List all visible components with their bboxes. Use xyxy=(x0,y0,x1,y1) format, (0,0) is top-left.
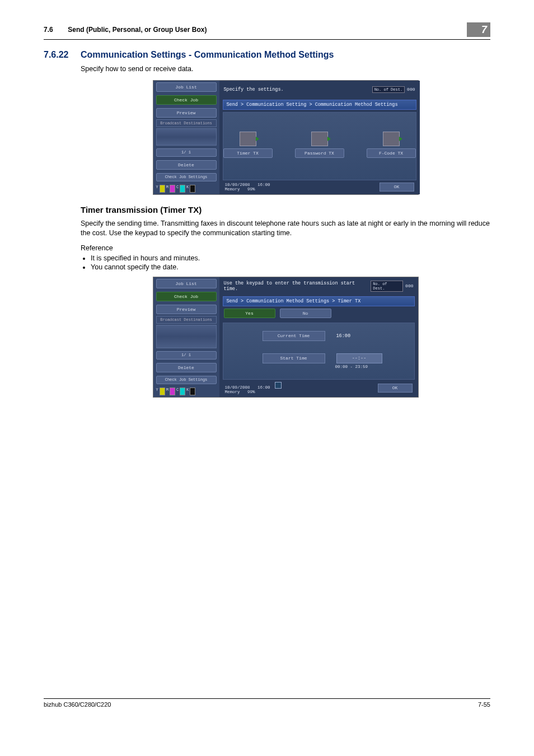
preview-button[interactable]: Preview xyxy=(156,108,217,118)
current-time-label: Current Time xyxy=(263,331,325,341)
toner-magenta-icon xyxy=(170,388,175,395)
counter-value: 000 xyxy=(405,283,413,288)
broadcast-destinations-label: Broadcast Destinations xyxy=(156,119,217,127)
toner-indicators: Y M C K xyxy=(153,386,219,397)
section-title: Communication Settings - Communication M… xyxy=(81,50,334,60)
toner-yellow-icon xyxy=(160,388,165,395)
panel-message: Specify the settings. xyxy=(224,87,284,92)
reference-label: Reference xyxy=(81,244,490,252)
subheading-timer-tx: Timer transmission (Timer TX) xyxy=(81,205,490,214)
chapter-badge: 7 xyxy=(467,22,490,37)
header-section-number: 7.6 xyxy=(44,26,66,34)
time-range: 00:00 - 23:59 xyxy=(335,365,414,369)
toner-cyan-icon xyxy=(180,388,185,395)
status-mem-label: Memory xyxy=(225,187,240,192)
breadcrumb: Send > Communication Method Settings > T… xyxy=(223,296,415,306)
header-section-title: Send (Public, Personal, or Group User Bo… xyxy=(68,26,207,34)
destination-counter: No. of Dest. 000 xyxy=(371,281,413,292)
no-button[interactable]: No xyxy=(280,309,331,318)
password-tx-button[interactable]: Password TX xyxy=(295,148,344,158)
running-header: 7.6 Send (Public, Personal, or Group Use… xyxy=(44,22,490,40)
ok-button[interactable]: OK xyxy=(378,384,413,393)
fcode-tx-icon xyxy=(383,132,400,146)
bullet-1: It is specified in hours and minutes. xyxy=(91,254,490,262)
current-time-value: 16:00 xyxy=(336,333,351,339)
destination-counter: No. of Dest. 000 xyxy=(372,86,415,93)
status-mem-value: 99% xyxy=(247,390,255,394)
pager-indicator: 1/ 1 xyxy=(156,351,217,360)
counter-value: 000 xyxy=(407,87,415,92)
start-time-label: Start Time xyxy=(263,353,325,363)
toner-black-icon xyxy=(190,185,195,193)
check-job-button[interactable]: Check Job xyxy=(156,95,217,105)
status-time: 16:00 xyxy=(257,385,270,390)
clock-icon xyxy=(275,382,282,389)
status-date: 10/09/2008 xyxy=(225,385,250,390)
preview-button[interactable]: Preview xyxy=(156,305,217,314)
screenshot-comm-method-settings: Job List Check Job Preview Broadcast Des… xyxy=(153,80,419,195)
destination-list xyxy=(156,128,217,146)
fcode-tx-button[interactable]: F-Code TX xyxy=(367,148,416,158)
pager-indicator: 1/ 1 xyxy=(156,148,217,157)
section-heading: 7.6.22 Communication Settings - Communic… xyxy=(44,50,490,60)
toner-indicators: Y M C K xyxy=(153,183,219,194)
counter-label: No. of Dest. xyxy=(371,281,403,292)
delete-button[interactable]: Delete xyxy=(156,160,217,170)
check-job-settings-button[interactable]: Check Job Settings xyxy=(156,173,217,181)
timer-tx-paragraph: Specify the sending time. Transmitting f… xyxy=(81,219,490,239)
status-info: 10/09/2008 16:00 Memory 99% xyxy=(225,382,282,394)
toner-magenta-icon xyxy=(170,185,175,193)
delete-button[interactable]: Delete xyxy=(156,363,217,372)
check-job-button[interactable]: Check Job xyxy=(156,292,217,301)
timer-tx-icon xyxy=(240,132,256,146)
section-intro: Specify how to send or receive data. xyxy=(81,64,490,74)
screenshot-timer-tx: Job List Check Job Preview Broadcast Des… xyxy=(153,277,419,398)
yes-button[interactable]: Yes xyxy=(224,309,275,318)
status-info: 10/09/2008 16:00 Memory 99% xyxy=(225,183,270,192)
status-time: 16:00 xyxy=(257,183,270,187)
status-mem-label: Memory xyxy=(225,390,240,394)
job-list-button[interactable]: Job List xyxy=(156,279,217,288)
status-mem-value: 99% xyxy=(247,187,255,192)
toner-black-icon xyxy=(190,388,195,395)
page-footer: bizhub C360/C280/C220 7-55 xyxy=(44,698,490,708)
job-list-button[interactable]: Job List xyxy=(156,82,217,92)
panel-message: Use the keypad to enter the transmission… xyxy=(224,281,371,292)
broadcast-destinations-label: Broadcast Destinations xyxy=(156,316,217,324)
destination-list xyxy=(156,325,217,348)
check-job-settings-button[interactable]: Check Job Settings xyxy=(156,376,217,384)
footer-model: bizhub C360/C280/C220 xyxy=(44,701,111,708)
toner-yellow-icon xyxy=(160,185,165,193)
reference-bullets: It is specified in hours and minutes. Yo… xyxy=(81,254,490,271)
bullet-2: You cannot specify the date. xyxy=(91,263,490,271)
password-tx-icon xyxy=(311,132,328,146)
header-left: 7.6 Send (Public, Personal, or Group Use… xyxy=(44,26,207,34)
status-date: 10/09/2008 xyxy=(225,183,250,187)
footer-page-number: 7-55 xyxy=(478,701,490,708)
breadcrumb: Send > Communication Setting > Communica… xyxy=(223,100,416,110)
start-time-input[interactable]: --:-- xyxy=(336,353,382,363)
timer-tx-button[interactable]: Timer TX xyxy=(223,148,273,158)
section-number: 7.6.22 xyxy=(44,50,81,60)
toner-cyan-icon xyxy=(180,185,185,193)
ok-button[interactable]: OK xyxy=(380,183,414,192)
counter-label: No. of Dest. xyxy=(372,86,405,93)
